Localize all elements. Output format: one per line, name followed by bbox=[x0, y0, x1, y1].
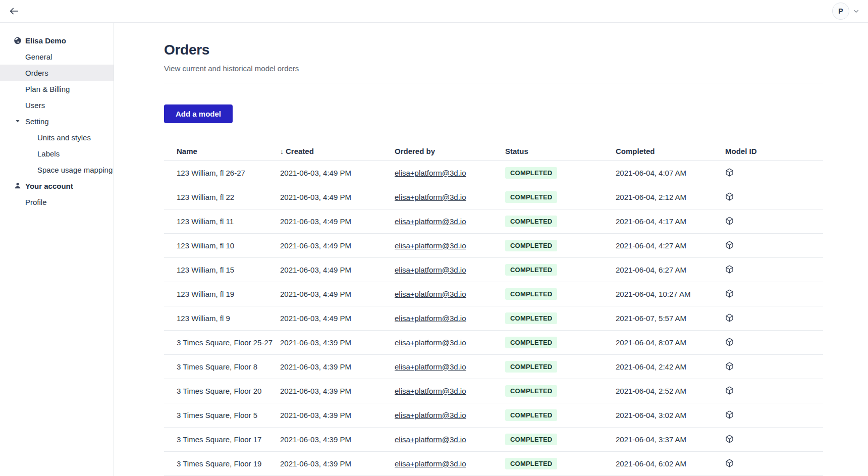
cube-icon[interactable] bbox=[725, 313, 734, 322]
cube-icon[interactable] bbox=[725, 338, 734, 346]
sidebar-item-setting[interactable]: Setting bbox=[0, 113, 114, 129]
cell-status: COMPLETED bbox=[505, 191, 616, 203]
column-header-ordered-by[interactable]: Ordered by bbox=[395, 147, 505, 155]
cell-name: 3 Times Square, Floor 8 bbox=[164, 362, 280, 371]
cell-ordered-by: elisa+platform@3d.io bbox=[395, 314, 505, 323]
ordered-by-link[interactable]: elisa+platform@3d.io bbox=[395, 217, 466, 226]
cell-status: COMPLETED bbox=[505, 240, 616, 251]
ordered-by-link[interactable]: elisa+platform@3d.io bbox=[395, 314, 466, 323]
cell-created: 2021-06-03, 4:49 PM bbox=[280, 169, 395, 177]
cube-icon[interactable] bbox=[725, 265, 734, 274]
add-model-button[interactable]: Add a model bbox=[164, 104, 233, 123]
cell-status: COMPLETED bbox=[505, 288, 616, 300]
cell-completed: 2021-06-04, 4:07 AM bbox=[616, 169, 725, 177]
cell-model-id bbox=[725, 410, 823, 420]
column-header-completed[interactable]: Completed bbox=[616, 147, 725, 155]
column-label: Created bbox=[286, 147, 314, 155]
cube-icon[interactable] bbox=[725, 241, 734, 249]
cell-model-id bbox=[725, 386, 823, 396]
chevron-down-icon bbox=[14, 119, 22, 124]
cell-ordered-by: elisa+platform@3d.io bbox=[395, 217, 505, 226]
cube-icon[interactable] bbox=[725, 168, 734, 177]
cell-status: COMPLETED bbox=[505, 361, 616, 373]
cell-status: COMPLETED bbox=[505, 167, 616, 179]
cell-ordered-by: elisa+platform@3d.io bbox=[395, 169, 505, 177]
cube-icon[interactable] bbox=[725, 289, 734, 298]
sidebar-item-label: Your account bbox=[25, 182, 73, 190]
sidebar-item-profile[interactable]: Profile bbox=[0, 194, 114, 210]
sidebar-item-plan-billing[interactable]: Plan & Billing bbox=[0, 81, 114, 97]
cell-completed: 2021-06-04, 2:42 AM bbox=[616, 362, 725, 371]
workspace-label: Elisa Demo bbox=[25, 36, 66, 45]
ordered-by-link[interactable]: elisa+platform@3d.io bbox=[395, 362, 466, 371]
main-content: Orders View current and historical model… bbox=[114, 23, 868, 476]
sidebar-item-label: Units and styles bbox=[37, 133, 91, 142]
sidebar-item-space-usage-mapping[interactable]: Space usage mapping bbox=[0, 162, 114, 178]
cube-icon[interactable] bbox=[725, 386, 734, 395]
cell-ordered-by: elisa+platform@3d.io bbox=[395, 241, 505, 250]
cell-completed: 2021-06-04, 10:27 AM bbox=[616, 290, 725, 298]
cell-model-id bbox=[725, 459, 823, 469]
cell-ordered-by: elisa+platform@3d.io bbox=[395, 387, 505, 395]
sidebar-item-general[interactable]: General bbox=[0, 48, 114, 65]
sidebar-item-label: Setting bbox=[25, 117, 49, 126]
cell-created: 2021-06-03, 4:39 PM bbox=[280, 387, 395, 395]
cell-ordered-by: elisa+platform@3d.io bbox=[395, 193, 505, 201]
column-label: Status bbox=[505, 147, 528, 155]
cell-name: 3 Times Square, Floor 25-27 bbox=[164, 338, 280, 347]
ordered-by-link[interactable]: elisa+platform@3d.io bbox=[395, 193, 466, 201]
ordered-by-link[interactable]: elisa+platform@3d.io bbox=[395, 290, 466, 298]
ordered-by-link[interactable]: elisa+platform@3d.io bbox=[395, 459, 466, 468]
cell-created: 2021-06-03, 4:39 PM bbox=[280, 435, 395, 444]
cube-icon[interactable] bbox=[725, 435, 734, 443]
cell-model-id bbox=[725, 435, 823, 445]
page-subtitle: View current and historical model orders bbox=[164, 64, 823, 73]
chevron-down-icon[interactable] bbox=[852, 8, 860, 15]
cube-icon[interactable] bbox=[725, 192, 734, 201]
cell-status: COMPLETED bbox=[505, 385, 616, 397]
status-badge: COMPLETED bbox=[505, 434, 557, 445]
cell-completed: 2021-06-04, 2:52 AM bbox=[616, 387, 725, 395]
sidebar-item-orders[interactable]: Orders bbox=[0, 65, 114, 81]
orders-table: Name ↓ Created Ordered by Status Complet… bbox=[164, 142, 823, 476]
column-header-created[interactable]: ↓ Created bbox=[280, 147, 395, 155]
column-header-name[interactable]: Name bbox=[164, 147, 280, 155]
cell-name: 123 William, fl 11 bbox=[164, 217, 280, 226]
cube-icon[interactable] bbox=[725, 459, 734, 467]
cell-completed: 2021-06-04, 4:17 AM bbox=[616, 217, 725, 226]
ordered-by-link[interactable]: elisa+platform@3d.io bbox=[395, 435, 466, 444]
column-header-status[interactable]: Status bbox=[505, 147, 616, 155]
ordered-by-link[interactable]: elisa+platform@3d.io bbox=[395, 266, 466, 274]
cell-created: 2021-06-03, 4:49 PM bbox=[280, 193, 395, 201]
cell-model-id bbox=[725, 313, 823, 324]
cube-icon[interactable] bbox=[725, 217, 734, 225]
sidebar-item-units-and-styles[interactable]: Units and styles bbox=[0, 129, 114, 145]
sidebar-item-workspace[interactable]: Elisa Demo bbox=[0, 32, 114, 48]
cell-name: 3 Times Square, Floor 20 bbox=[164, 387, 280, 395]
sidebar-item-label: Labels bbox=[37, 149, 60, 158]
ordered-by-link[interactable]: elisa+platform@3d.io bbox=[395, 411, 466, 419]
cube-icon[interactable] bbox=[725, 362, 734, 371]
avatar[interactable]: P bbox=[832, 3, 849, 20]
sidebar-item-labels[interactable]: Labels bbox=[0, 145, 114, 162]
column-header-model-id[interactable]: Model ID bbox=[725, 147, 823, 155]
table-row: 3 Times Square, Floor 19 2021-06-03, 4:3… bbox=[164, 452, 823, 476]
ordered-by-link[interactable]: elisa+platform@3d.io bbox=[395, 169, 466, 177]
back-button[interactable] bbox=[6, 3, 22, 19]
cube-icon[interactable] bbox=[725, 410, 734, 419]
divider bbox=[164, 83, 823, 83]
sidebar-item-users[interactable]: Users bbox=[0, 97, 114, 113]
sidebar-item-your-account[interactable]: Your account bbox=[0, 178, 114, 194]
status-badge: COMPLETED bbox=[505, 288, 557, 300]
sidebar-item-label: Orders bbox=[25, 69, 48, 77]
cell-ordered-by: elisa+platform@3d.io bbox=[395, 459, 505, 468]
ordered-by-link[interactable]: elisa+platform@3d.io bbox=[395, 338, 466, 347]
ordered-by-link[interactable]: elisa+platform@3d.io bbox=[395, 241, 466, 250]
cell-completed: 2021-06-04, 2:12 AM bbox=[616, 193, 725, 201]
sidebar-item-label: Plan & Billing bbox=[25, 85, 70, 93]
cell-created: 2021-06-03, 4:39 PM bbox=[280, 362, 395, 371]
ordered-by-link[interactable]: elisa+platform@3d.io bbox=[395, 387, 466, 395]
cell-name: 3 Times Square, Floor 5 bbox=[164, 411, 280, 419]
status-badge: COMPLETED bbox=[505, 167, 557, 179]
cell-completed: 2021-06-04, 4:27 AM bbox=[616, 241, 725, 250]
